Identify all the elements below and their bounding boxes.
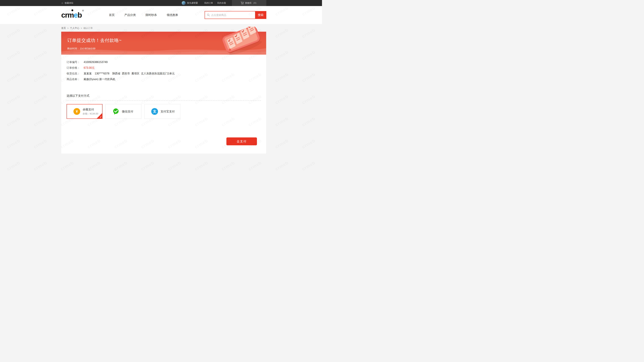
nav-flash-sale[interactable]: 限时秒杀 <box>146 13 157 17</box>
my-orders-link[interactable]: 我的订单 <box>202 1 215 4</box>
breadcrumb-separator: > <box>81 27 82 29</box>
breadcrumb-current: 确认订单 <box>83 27 93 30</box>
order-price-label: 订单价格： <box>66 65 81 71</box>
breadcrumb-home[interactable]: 首页 <box>61 27 66 30</box>
my-balance-link[interactable]: 我的余额 <box>215 1 228 4</box>
shipping-info-row: 收货信息： 某某某 130****6378 陕西省 西安市 雁塔区 丈八东路胡东… <box>66 71 261 76</box>
site-header: cr m e b ® 首页 产品分类 限时秒杀 领优惠券 搜索 <box>0 6 322 24</box>
breadcrumb-user-center[interactable]: 个人中心 <box>70 27 79 30</box>
topbar: ☆ 收藏本站 复仇者联盟 我的订单 我的余额 购物车 （0） <box>0 0 322 6</box>
crmeb-logo[interactable]: cr m e b ® <box>61 11 84 19</box>
shipping-info-value: 某某某 130****6378 陕西省 西安市 雁塔区 丈八东路胡东花园北门1单… <box>84 71 174 76</box>
cart-button[interactable]: 购物车 （0） <box>232 0 266 6</box>
cart-icon <box>241 1 244 4</box>
payment-option-balance[interactable]: ¥ 余额支付 余额：¥134.00 ✓ <box>66 104 102 119</box>
order-number-row: 订单编号： 4100926386153749 <box>66 59 261 65</box>
breadcrumb: 首页 > 个人中心 > 确认订单 <box>61 27 322 30</box>
product-name-label: 商品名称： <box>66 76 81 82</box>
main-nav: 首页 产品分类 限时秒杀 领优惠券 <box>109 13 178 17</box>
product-name-value: 戴森(Dyson) 新一代吹风机 <box>84 76 115 82</box>
search-icon <box>207 13 210 16</box>
avatar <box>182 1 186 5</box>
banner-title: 订单提交成功！去付款咯~ <box>67 37 266 43</box>
payment-name: 余额支付 <box>83 108 98 111</box>
content-column: 订单提交成功！去付款咯~ 剩余时间：23小时58分钟 <box>61 32 266 153</box>
search-button[interactable]: 搜索 <box>255 11 266 19</box>
order-number-value: 4100926386153749 <box>84 59 108 65</box>
cart-label: 购物车 <box>245 1 252 4</box>
registered-mark: ® <box>82 9 84 12</box>
yuan-icon: ¥ <box>74 108 80 115</box>
payment-methods: ¥ 余额支付 余额：¥134.00 ✓ 微信支付 支 <box>66 104 261 119</box>
nav-coupons[interactable]: 领优惠券 <box>167 13 178 17</box>
payment-name: 支付宝支付 <box>160 110 175 113</box>
shipping-info-label: 收货信息： <box>66 71 81 76</box>
username: 复仇者联盟 <box>187 1 198 4</box>
order-success-banner: 订单提交成功！去付款咯~ 剩余时间：23小时58分钟 <box>61 32 266 55</box>
logo-text-cr: cr <box>61 11 68 19</box>
dashed-divider <box>66 100 261 101</box>
payment-option-alipay[interactable]: 支 支付宝支付 <box>144 104 180 119</box>
balance-amount: 余额：¥134.00 <box>83 112 98 115</box>
order-price-row: 订单价格： 673.00元 <box>66 65 261 71</box>
order-detail-panel: 订单编号： 4100926386153749 订单价格： 673.00元 收货信… <box>61 55 266 153</box>
product-name-row: 商品名称： 戴森(Dyson) 新一代吹风机 <box>66 76 261 82</box>
payment-option-wechat[interactable]: 微信支付 <box>106 104 142 119</box>
favorite-site-label: 收藏本站 <box>64 1 73 4</box>
payment-section-title: 选择以下支付方式 <box>66 94 261 98</box>
check-icon: ✓ <box>100 115 102 118</box>
search-bar: 搜索 <box>204 11 266 19</box>
logo-text-b: b <box>78 11 82 19</box>
logo-text-e: e <box>74 11 78 19</box>
wechat-icon <box>112 108 120 115</box>
search-input[interactable] <box>211 13 253 16</box>
user-account[interactable]: 复仇者联盟 <box>182 0 202 6</box>
cart-count: （0） <box>252 1 258 4</box>
breadcrumb-separator: > <box>67 27 68 29</box>
order-number-label: 订单编号： <box>66 59 81 65</box>
logo-text-m: m <box>68 11 74 19</box>
topbar-spacer <box>266 0 322 6</box>
alipay-icon: 支 <box>151 108 158 115</box>
banner-countdown: 剩余时间：23小时58分钟 <box>67 47 266 50</box>
star-icon: ☆ <box>61 2 64 4</box>
payment-name: 微信支付 <box>122 110 133 113</box>
go-pay-button[interactable]: 去支付 <box>226 137 257 145</box>
favorite-site[interactable]: ☆ 收藏本站 <box>61 0 73 6</box>
nav-home[interactable]: 首页 <box>109 13 115 17</box>
logo-dot <box>72 9 73 11</box>
nav-categories[interactable]: 产品分类 <box>124 13 136 17</box>
order-price-value: 673.00元 <box>84 65 94 71</box>
